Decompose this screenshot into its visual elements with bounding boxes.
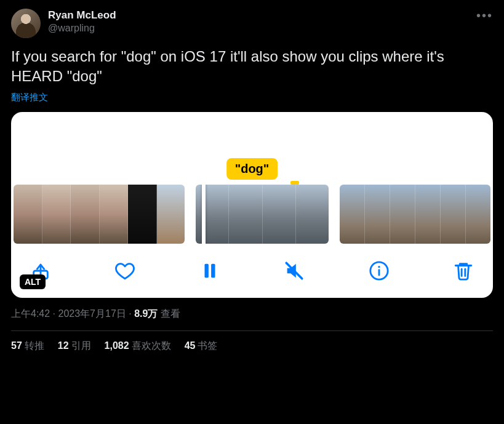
playhead[interactable]: [202, 185, 206, 244]
clip-frame: [229, 185, 262, 244]
tooltip-marker: [290, 181, 299, 185]
more-icon[interactable]: •••: [476, 9, 493, 23]
views-label: 查看: [158, 308, 180, 319]
video-timeline[interactable]: [11, 185, 493, 244]
clip-frame: [263, 185, 296, 244]
handle: @warpling: [48, 22, 116, 35]
clip-frame: [441, 185, 466, 244]
clip-group[interactable]: [340, 185, 490, 244]
info-icon[interactable]: [367, 258, 391, 283]
display-name: Ryan McLeod: [48, 9, 116, 22]
alt-badge[interactable]: ALT: [20, 274, 46, 289]
divider: [11, 330, 493, 331]
media-card[interactable]: "dog": [11, 112, 493, 298]
clip-frame: [196, 185, 229, 244]
svg-point-6: [378, 266, 380, 268]
clip-frame: [128, 185, 157, 244]
clip-frame: [415, 185, 441, 244]
search-tooltip: "dog": [226, 158, 278, 180]
meta-time: 上午4:42: [11, 308, 50, 319]
svg-rect-1: [204, 263, 208, 278]
clip-frame: [71, 185, 100, 244]
pause-icon[interactable]: [198, 258, 222, 283]
clip-frame: [466, 185, 490, 244]
media-toolbar: [11, 244, 493, 298]
trash-icon[interactable]: [451, 258, 476, 283]
heart-icon[interactable]: [113, 258, 137, 283]
media-whitespace: "dog": [11, 112, 493, 185]
clip-frame: [296, 185, 329, 244]
tweet-header: Ryan McLeod @warpling •••: [11, 9, 493, 38]
svg-rect-2: [211, 263, 215, 278]
clip-group[interactable]: [14, 185, 185, 244]
clip-frame: [390, 185, 415, 244]
clip-frame: [157, 185, 185, 244]
meta-date: 2023年7月17日: [58, 308, 126, 319]
stat-bookmarks[interactable]: 45书签: [185, 340, 218, 353]
translate-link[interactable]: 翻译推文: [11, 92, 48, 103]
clip-frame: [365, 185, 390, 244]
clip-group[interactable]: [196, 185, 329, 244]
tweet-meta[interactable]: 上午4:42 · 2023年7月17日 · 8.9万 查看: [11, 308, 493, 321]
user-block[interactable]: Ryan McLeod @warpling: [48, 9, 116, 35]
tweet-container: Ryan McLeod @warpling ••• If you search …: [0, 0, 504, 353]
stat-likes[interactable]: 1,082喜欢次数: [105, 340, 171, 353]
tweet-text: If you search for "dog" on iOS 17 it'll …: [11, 47, 493, 87]
clip-frame: [340, 185, 365, 244]
clip-frame: [42, 185, 71, 244]
stat-quotes[interactable]: 12引用: [58, 340, 91, 353]
stats-row: 57转推 12引用 1,082喜欢次数 45书签: [11, 340, 493, 353]
mute-icon[interactable]: [282, 258, 306, 283]
clip-frame: [100, 185, 129, 244]
clip-frame: [14, 185, 42, 244]
views-count: 8.9万: [134, 308, 158, 319]
avatar[interactable]: [11, 9, 41, 38]
stat-retweets[interactable]: 57转推: [11, 340, 44, 353]
